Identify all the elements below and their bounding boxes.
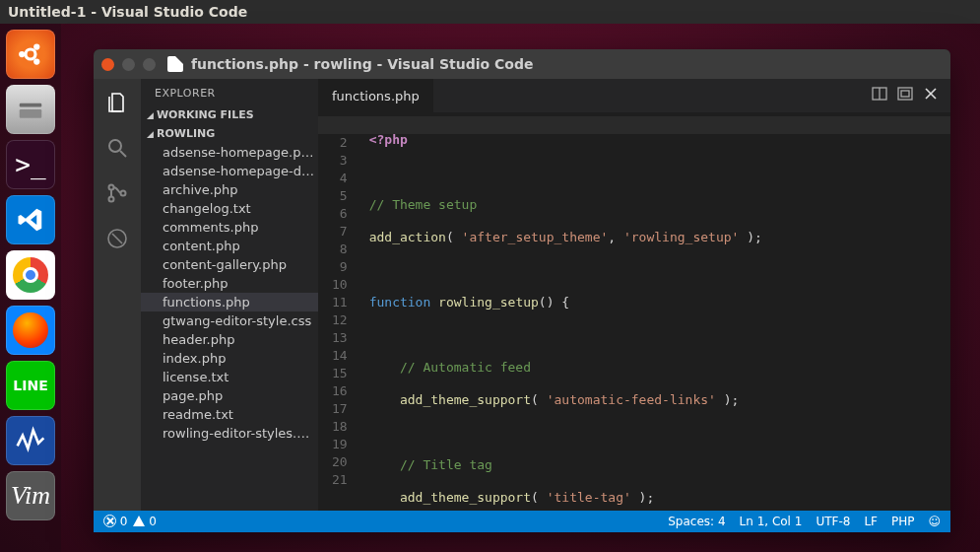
svg-point-2	[33, 58, 39, 64]
svg-point-10	[121, 191, 126, 196]
launcher-vscode-icon[interactable]	[6, 195, 55, 244]
sidebar-section-working-files[interactable]: ◢WORKING FILES	[141, 105, 318, 124]
line-number: 9	[332, 258, 348, 276]
file-item[interactable]: adsense-homepage-d…	[141, 162, 318, 180]
line-number: 18	[332, 418, 348, 436]
file-item[interactable]: page.php	[141, 386, 318, 405]
line-number: 10	[332, 276, 348, 294]
svg-rect-4	[20, 104, 42, 107]
file-item[interactable]: content-gallery.php	[141, 255, 318, 274]
status-eol[interactable]: LF	[864, 515, 878, 528]
launcher-vim-icon[interactable]: Vim	[6, 471, 55, 520]
svg-rect-15	[898, 88, 912, 100]
activity-explorer-icon[interactable]	[103, 89, 131, 116]
sidebar-title: EXPLORER	[141, 79, 318, 105]
vscode-app-icon	[167, 56, 183, 72]
line-number: 2	[332, 134, 348, 152]
svg-point-3	[26, 49, 35, 59]
close-editor-icon[interactable]	[923, 86, 939, 105]
file-item[interactable]: gtwang-editor-style.css	[141, 311, 318, 330]
file-item[interactable]: rowling-editor-styles.css	[141, 424, 318, 443]
launcher-chrome-icon[interactable]	[6, 250, 55, 300]
file-item[interactable]: content.php	[141, 237, 318, 255]
editor-content[interactable]: 123456789101112131415161718192021 <?php …	[318, 112, 950, 511]
line-number: 19	[332, 436, 348, 453]
svg-line-12	[112, 234, 122, 243]
launcher-files-icon[interactable]	[6, 85, 55, 134]
section-label: WORKING FILES	[157, 108, 254, 121]
svg-rect-16	[901, 91, 909, 97]
file-item[interactable]: changelog.txt	[141, 199, 318, 218]
editor-tab-functions[interactable]: functions.php	[318, 79, 434, 112]
status-errors[interactable]: 0	[103, 515, 127, 528]
activity-bar	[94, 79, 141, 511]
line-number: 14	[332, 347, 348, 365]
launcher-system-monitor-icon[interactable]	[6, 416, 55, 465]
file-item[interactable]: adsense-homepage.p…	[141, 143, 318, 162]
line-number: 20	[332, 453, 348, 471]
line-number: 4	[332, 170, 348, 187]
vscode-window-title: functions.php - rowling - Visual Studio …	[191, 56, 534, 72]
line-number: 3	[332, 152, 348, 170]
more-actions-icon[interactable]	[897, 86, 913, 105]
svg-line-7	[120, 151, 126, 157]
status-indent[interactable]: Spaces: 4	[668, 515, 725, 528]
explorer-sidebar: EXPLORER ◢WORKING FILES ◢ROWLING adsense…	[141, 79, 318, 511]
activity-search-icon[interactable]	[103, 134, 131, 162]
line-number: 16	[332, 382, 348, 400]
file-item[interactable]: archive.php	[141, 180, 318, 199]
svg-point-9	[109, 197, 114, 202]
status-encoding[interactable]: UTF-8	[816, 515, 850, 528]
file-item[interactable]: comments.php	[141, 218, 318, 237]
editor-tabs: functions.php	[318, 79, 950, 112]
file-list: adsense-homepage.p…adsense-homepage-d…ar…	[141, 143, 318, 443]
vscode-titlebar[interactable]: functions.php - rowling - Visual Studio …	[94, 49, 950, 79]
launcher-dash-icon[interactable]	[6, 30, 55, 79]
status-bar: 0 0 Spaces: 4 Ln 1, Col 1 UTF-8 LF PHP ☺	[94, 511, 950, 532]
file-item[interactable]: header.php	[141, 330, 318, 349]
file-item[interactable]: license.txt	[141, 368, 318, 386]
line-number: 15	[332, 365, 348, 382]
status-warnings[interactable]: 0	[133, 515, 156, 528]
svg-point-6	[109, 140, 121, 152]
status-language[interactable]: PHP	[891, 515, 915, 528]
line-number: 5	[332, 187, 348, 205]
desktop-top-panel: Untitled-1 - Visual Studio Code	[0, 0, 980, 24]
line-number: 12	[332, 311, 348, 329]
vscode-window: functions.php - rowling - Visual Studio …	[94, 49, 950, 532]
svg-point-8	[109, 185, 114, 190]
svg-point-1	[33, 43, 39, 49]
file-item[interactable]: index.php	[141, 349, 318, 368]
file-item[interactable]: functions.php	[141, 293, 318, 311]
activity-git-icon[interactable]	[103, 179, 131, 207]
editor-area: functions.php 12345678910111213141516171…	[318, 79, 950, 511]
activity-debug-icon[interactable]	[103, 225, 131, 252]
launcher-terminal-icon[interactable]: >_	[6, 140, 55, 189]
section-label: ROWLING	[157, 127, 215, 140]
launcher-line-icon[interactable]: LINE	[6, 361, 55, 410]
line-number: 1	[332, 116, 348, 134]
line-number: 11	[332, 294, 348, 311]
line-number: 17	[332, 400, 348, 418]
file-item[interactable]: footer.php	[141, 274, 318, 293]
top-panel-title: Untitled-1 - Visual Studio Code	[8, 4, 247, 20]
line-number: 6	[332, 205, 348, 223]
line-number-gutter: 123456789101112131415161718192021	[318, 112, 361, 511]
line-number: 21	[332, 471, 348, 489]
file-item[interactable]: readme.txt	[141, 405, 318, 424]
split-editor-icon[interactable]	[872, 86, 887, 105]
editor-tab-label: functions.php	[332, 89, 420, 104]
line-number: 13	[332, 329, 348, 347]
launcher-firefox-icon[interactable]	[6, 306, 55, 355]
unity-launcher: >_ LINE Vim	[0, 24, 61, 552]
svg-rect-5	[20, 109, 42, 118]
window-close-icon[interactable]	[101, 58, 114, 71]
code-text[interactable]: <?php // Theme setup add_action( 'after_…	[361, 112, 840, 511]
status-feedback-icon[interactable]: ☺	[928, 515, 941, 528]
line-number: 8	[332, 241, 348, 258]
line-number: 7	[332, 223, 348, 241]
window-minimize-icon[interactable]	[122, 58, 135, 71]
sidebar-section-folder[interactable]: ◢ROWLING	[141, 124, 318, 143]
status-cursor[interactable]: Ln 1, Col 1	[740, 515, 803, 528]
window-maximize-icon[interactable]	[143, 58, 156, 71]
